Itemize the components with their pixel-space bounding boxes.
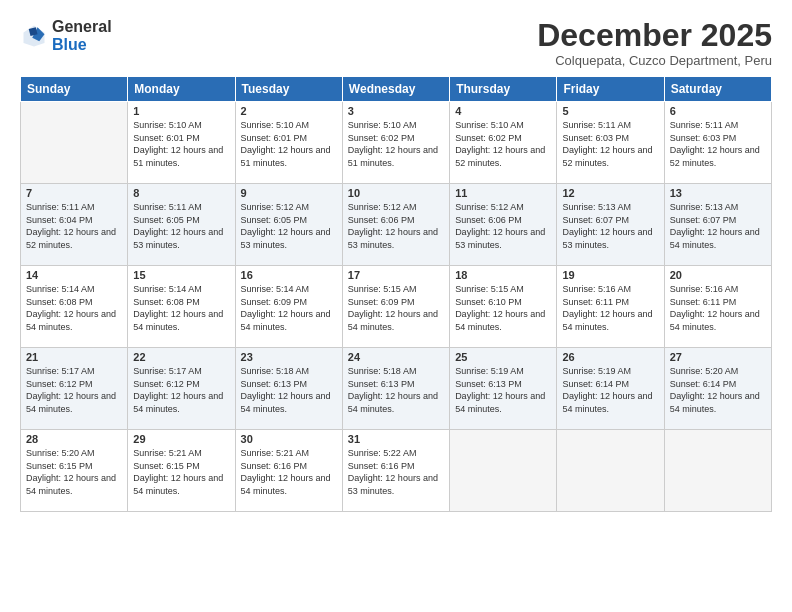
- day-number: 27: [670, 351, 766, 363]
- day-number: 24: [348, 351, 444, 363]
- day-info: Sunrise: 5:20 AM Sunset: 6:15 PM Dayligh…: [26, 448, 116, 496]
- table-row: 15 Sunrise: 5:14 AM Sunset: 6:08 PM Dayl…: [128, 266, 235, 348]
- day-info: Sunrise: 5:18 AM Sunset: 6:13 PM Dayligh…: [348, 366, 438, 414]
- table-row: 9 Sunrise: 5:12 AM Sunset: 6:05 PM Dayli…: [235, 184, 342, 266]
- day-number: 25: [455, 351, 551, 363]
- weekday-header-row: Sunday Monday Tuesday Wednesday Thursday…: [21, 77, 772, 102]
- table-row: 3 Sunrise: 5:10 AM Sunset: 6:02 PM Dayli…: [342, 102, 449, 184]
- table-row: 28 Sunrise: 5:20 AM Sunset: 6:15 PM Dayl…: [21, 430, 128, 512]
- day-info: Sunrise: 5:18 AM Sunset: 6:13 PM Dayligh…: [241, 366, 331, 414]
- day-number: 7: [26, 187, 122, 199]
- header-thursday: Thursday: [450, 77, 557, 102]
- day-info: Sunrise: 5:15 AM Sunset: 6:10 PM Dayligh…: [455, 284, 545, 332]
- table-row: 2 Sunrise: 5:10 AM Sunset: 6:01 PM Dayli…: [235, 102, 342, 184]
- table-row: 23 Sunrise: 5:18 AM Sunset: 6:13 PM Dayl…: [235, 348, 342, 430]
- day-number: 1: [133, 105, 229, 117]
- table-row: 27 Sunrise: 5:20 AM Sunset: 6:14 PM Dayl…: [664, 348, 771, 430]
- calendar-week-row: 21 Sunrise: 5:17 AM Sunset: 6:12 PM Dayl…: [21, 348, 772, 430]
- table-row: 22 Sunrise: 5:17 AM Sunset: 6:12 PM Dayl…: [128, 348, 235, 430]
- header-tuesday: Tuesday: [235, 77, 342, 102]
- day-info: Sunrise: 5:15 AM Sunset: 6:09 PM Dayligh…: [348, 284, 438, 332]
- day-info: Sunrise: 5:11 AM Sunset: 6:03 PM Dayligh…: [562, 120, 652, 168]
- day-info: Sunrise: 5:12 AM Sunset: 6:06 PM Dayligh…: [348, 202, 438, 250]
- table-row: 16 Sunrise: 5:14 AM Sunset: 6:09 PM Dayl…: [235, 266, 342, 348]
- location-subtitle: Colquepata, Cuzco Department, Peru: [537, 53, 772, 68]
- day-info: Sunrise: 5:21 AM Sunset: 6:16 PM Dayligh…: [241, 448, 331, 496]
- day-number: 16: [241, 269, 337, 281]
- day-number: 30: [241, 433, 337, 445]
- header: General Blue December 2025 Colquepata, C…: [20, 18, 772, 68]
- table-row: 6 Sunrise: 5:11 AM Sunset: 6:03 PM Dayli…: [664, 102, 771, 184]
- day-number: 20: [670, 269, 766, 281]
- header-saturday: Saturday: [664, 77, 771, 102]
- day-info: Sunrise: 5:14 AM Sunset: 6:08 PM Dayligh…: [26, 284, 116, 332]
- day-number: 31: [348, 433, 444, 445]
- day-number: 28: [26, 433, 122, 445]
- table-row: [450, 430, 557, 512]
- table-row: 30 Sunrise: 5:21 AM Sunset: 6:16 PM Dayl…: [235, 430, 342, 512]
- month-title: December 2025: [537, 18, 772, 53]
- table-row: 25 Sunrise: 5:19 AM Sunset: 6:13 PM Dayl…: [450, 348, 557, 430]
- day-info: Sunrise: 5:10 AM Sunset: 6:01 PM Dayligh…: [241, 120, 331, 168]
- day-info: Sunrise: 5:20 AM Sunset: 6:14 PM Dayligh…: [670, 366, 760, 414]
- day-info: Sunrise: 5:10 AM Sunset: 6:02 PM Dayligh…: [348, 120, 438, 168]
- calendar-table: Sunday Monday Tuesday Wednesday Thursday…: [20, 76, 772, 512]
- day-info: Sunrise: 5:19 AM Sunset: 6:13 PM Dayligh…: [455, 366, 545, 414]
- table-row: 18 Sunrise: 5:15 AM Sunset: 6:10 PM Dayl…: [450, 266, 557, 348]
- day-number: 17: [348, 269, 444, 281]
- day-info: Sunrise: 5:16 AM Sunset: 6:11 PM Dayligh…: [562, 284, 652, 332]
- table-row: 12 Sunrise: 5:13 AM Sunset: 6:07 PM Dayl…: [557, 184, 664, 266]
- calendar-week-row: 1 Sunrise: 5:10 AM Sunset: 6:01 PM Dayli…: [21, 102, 772, 184]
- table-row: 31 Sunrise: 5:22 AM Sunset: 6:16 PM Dayl…: [342, 430, 449, 512]
- table-row: 5 Sunrise: 5:11 AM Sunset: 6:03 PM Dayli…: [557, 102, 664, 184]
- day-number: 2: [241, 105, 337, 117]
- table-row: 7 Sunrise: 5:11 AM Sunset: 6:04 PM Dayli…: [21, 184, 128, 266]
- day-info: Sunrise: 5:14 AM Sunset: 6:08 PM Dayligh…: [133, 284, 223, 332]
- table-row: 17 Sunrise: 5:15 AM Sunset: 6:09 PM Dayl…: [342, 266, 449, 348]
- day-info: Sunrise: 5:14 AM Sunset: 6:09 PM Dayligh…: [241, 284, 331, 332]
- calendar-week-row: 14 Sunrise: 5:14 AM Sunset: 6:08 PM Dayl…: [21, 266, 772, 348]
- day-number: 4: [455, 105, 551, 117]
- table-row: 21 Sunrise: 5:17 AM Sunset: 6:12 PM Dayl…: [21, 348, 128, 430]
- calendar-week-row: 28 Sunrise: 5:20 AM Sunset: 6:15 PM Dayl…: [21, 430, 772, 512]
- logo-general-text: General: [52, 18, 112, 36]
- day-info: Sunrise: 5:21 AM Sunset: 6:15 PM Dayligh…: [133, 448, 223, 496]
- table-row: 20 Sunrise: 5:16 AM Sunset: 6:11 PM Dayl…: [664, 266, 771, 348]
- day-number: 10: [348, 187, 444, 199]
- table-row: [21, 102, 128, 184]
- calendar-week-row: 7 Sunrise: 5:11 AM Sunset: 6:04 PM Dayli…: [21, 184, 772, 266]
- header-friday: Friday: [557, 77, 664, 102]
- day-info: Sunrise: 5:13 AM Sunset: 6:07 PM Dayligh…: [670, 202, 760, 250]
- table-row: 8 Sunrise: 5:11 AM Sunset: 6:05 PM Dayli…: [128, 184, 235, 266]
- day-number: 3: [348, 105, 444, 117]
- day-info: Sunrise: 5:12 AM Sunset: 6:05 PM Dayligh…: [241, 202, 331, 250]
- day-info: Sunrise: 5:10 AM Sunset: 6:01 PM Dayligh…: [133, 120, 223, 168]
- day-number: 15: [133, 269, 229, 281]
- day-number: 13: [670, 187, 766, 199]
- header-monday: Monday: [128, 77, 235, 102]
- day-number: 29: [133, 433, 229, 445]
- header-sunday: Sunday: [21, 77, 128, 102]
- day-number: 11: [455, 187, 551, 199]
- day-number: 26: [562, 351, 658, 363]
- day-number: 6: [670, 105, 766, 117]
- table-row: 26 Sunrise: 5:19 AM Sunset: 6:14 PM Dayl…: [557, 348, 664, 430]
- table-row: 4 Sunrise: 5:10 AM Sunset: 6:02 PM Dayli…: [450, 102, 557, 184]
- day-info: Sunrise: 5:11 AM Sunset: 6:04 PM Dayligh…: [26, 202, 116, 250]
- table-row: 10 Sunrise: 5:12 AM Sunset: 6:06 PM Dayl…: [342, 184, 449, 266]
- table-row: 1 Sunrise: 5:10 AM Sunset: 6:01 PM Dayli…: [128, 102, 235, 184]
- day-info: Sunrise: 5:22 AM Sunset: 6:16 PM Dayligh…: [348, 448, 438, 496]
- day-info: Sunrise: 5:11 AM Sunset: 6:05 PM Dayligh…: [133, 202, 223, 250]
- day-number: 19: [562, 269, 658, 281]
- table-row: 29 Sunrise: 5:21 AM Sunset: 6:15 PM Dayl…: [128, 430, 235, 512]
- day-number: 14: [26, 269, 122, 281]
- table-row: 24 Sunrise: 5:18 AM Sunset: 6:13 PM Dayl…: [342, 348, 449, 430]
- day-number: 5: [562, 105, 658, 117]
- day-info: Sunrise: 5:12 AM Sunset: 6:06 PM Dayligh…: [455, 202, 545, 250]
- day-number: 8: [133, 187, 229, 199]
- table-row: 19 Sunrise: 5:16 AM Sunset: 6:11 PM Dayl…: [557, 266, 664, 348]
- page: General Blue December 2025 Colquepata, C…: [0, 0, 792, 612]
- logo-blue-text: Blue: [52, 36, 112, 54]
- table-row: 14 Sunrise: 5:14 AM Sunset: 6:08 PM Dayl…: [21, 266, 128, 348]
- day-number: 12: [562, 187, 658, 199]
